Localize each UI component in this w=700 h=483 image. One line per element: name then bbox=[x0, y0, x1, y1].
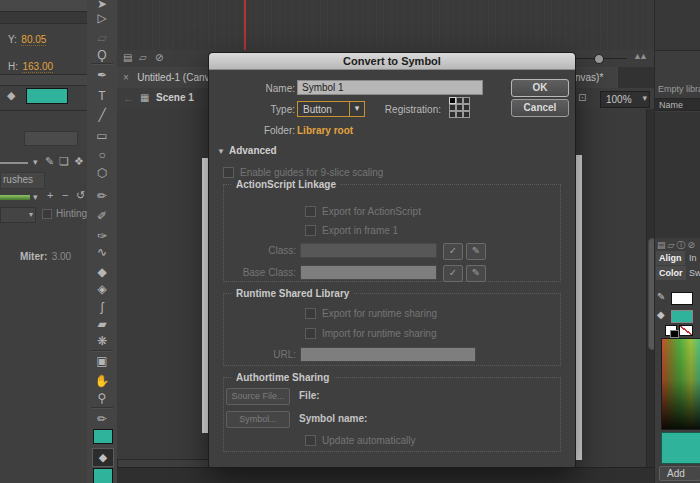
scene-label[interactable]: Scene 1 bbox=[156, 92, 194, 103]
library-item-list[interactable] bbox=[655, 112, 700, 238]
chevron-down-icon[interactable]: ▾ bbox=[33, 157, 38, 168]
import-runtime-label: Import for runtime sharing bbox=[322, 328, 437, 340]
library-name-header[interactable]: Name bbox=[655, 98, 700, 111]
advanced-toggle[interactable]: ▼Advanced bbox=[217, 145, 277, 156]
new-layer-icon[interactable]: ▤ bbox=[123, 52, 132, 63]
fill-color-control[interactable]: ◆ bbox=[92, 448, 114, 467]
delete-icon[interactable]: ⊘ bbox=[687, 240, 697, 250]
registration-cell-6[interactable] bbox=[449, 111, 456, 118]
tool-asset-warp[interactable]: ❋ bbox=[87, 334, 117, 350]
hinting-row: ▾ Hinting bbox=[0, 207, 87, 223]
registration-point-grid[interactable] bbox=[449, 97, 472, 120]
symbol-name-input[interactable] bbox=[297, 80, 483, 95]
properties-panel: Y: 80.05 H: 163.00 ◆ ▾ ✎ ❏ ❖ rushes ▾ + … bbox=[0, 0, 88, 483]
tool-line[interactable]: ╱ bbox=[87, 108, 117, 124]
timeline-panel[interactable] bbox=[117, 0, 654, 51]
symbol-type-dropdown[interactable]: Button ▾ bbox=[297, 101, 365, 117]
no-color-icon[interactable] bbox=[679, 325, 693, 336]
properties-icon[interactable]: ⓘ bbox=[676, 240, 687, 250]
registration-cell-5[interactable] bbox=[463, 104, 470, 111]
playhead[interactable] bbox=[244, 0, 246, 50]
tool-lasso[interactable]: Ϙ bbox=[87, 48, 117, 64]
clapperboard-icon: ▦ bbox=[140, 92, 149, 104]
tool-paint-bucket[interactable]: ◆ bbox=[87, 265, 117, 281]
add-icon[interactable]: + bbox=[47, 190, 53, 201]
edit-symbols-icon[interactable]: ⊡ bbox=[578, 92, 586, 104]
runtime-shared-library-title: Runtime Shared Library bbox=[232, 288, 353, 299]
registration-cell-4[interactable] bbox=[456, 104, 463, 111]
style-stack-icon[interactable]: ❏ bbox=[59, 156, 69, 167]
fill-bucket-icon[interactable]: ◆ bbox=[657, 309, 665, 320]
registration-cell-8[interactable] bbox=[463, 111, 470, 118]
class-label: Class: bbox=[224, 245, 296, 257]
tab-swatches[interactable]: Sw bbox=[686, 266, 700, 280]
back-arrow-icon[interactable]: ← bbox=[123, 92, 134, 104]
tool-pencil[interactable]: ✏ bbox=[87, 189, 117, 205]
miter-label: Miter: bbox=[20, 251, 47, 262]
ok-button[interactable]: OK bbox=[511, 79, 569, 97]
remove-icon[interactable]: − bbox=[62, 190, 68, 201]
stage-zoom-dropdown[interactable]: 100% ▾ bbox=[600, 91, 650, 108]
tab-info[interactable]: In bbox=[686, 251, 700, 265]
brushes-button[interactable]: rushes bbox=[0, 172, 45, 189]
hinting-checkbox[interactable] bbox=[42, 209, 52, 219]
tool-subselection[interactable]: ▷ bbox=[87, 11, 117, 27]
registration-cell-7[interactable] bbox=[456, 111, 463, 118]
folder-link[interactable]: Library root bbox=[297, 125, 353, 136]
close-icon[interactable]: × bbox=[123, 72, 129, 83]
cancel-button[interactable]: Cancel bbox=[511, 99, 569, 117]
current-color-swatch[interactable] bbox=[661, 432, 700, 464]
miter-value[interactable]: 3.00 bbox=[52, 251, 71, 262]
type-label: Type: bbox=[217, 104, 295, 116]
tab-align-label: Align bbox=[659, 253, 682, 263]
dialog-title-bar[interactable]: Convert to Symbol bbox=[209, 53, 575, 70]
url-field bbox=[300, 347, 476, 362]
tool-paint-brush[interactable]: ✑ bbox=[87, 229, 117, 245]
tool-eyedropper[interactable]: ʃ bbox=[87, 300, 117, 316]
fill-color-swatch[interactable] bbox=[93, 468, 113, 483]
reset-icon[interactable]: ↺ bbox=[76, 190, 85, 201]
document-tab[interactable]: × Untitled-1 (Canva bbox=[117, 67, 208, 88]
delete-layer-icon[interactable]: ⊘ bbox=[155, 52, 163, 63]
stroke-color-swatch[interactable] bbox=[93, 429, 113, 444]
tool-rectangle[interactable]: ▭ bbox=[87, 129, 117, 145]
tool-eraser[interactable]: ▰ bbox=[87, 317, 117, 333]
tools-panel: ➤▷▱Ϙ✒T╱▭○⬡✏✐✑∿◆◈ʃ▰❋▣✋⚲✏ ◆ bbox=[87, 0, 118, 483]
cap-dropdown[interactable]: ▾ bbox=[0, 207, 36, 223]
tab-color[interactable]: Color bbox=[656, 266, 686, 280]
tool-free-transform[interactable]: ▱ bbox=[87, 31, 117, 47]
tool-brush[interactable]: ✐ bbox=[87, 209, 117, 225]
add-button-label: Add bbox=[667, 468, 685, 479]
color-spectrum-picker[interactable] bbox=[661, 338, 700, 430]
tool-pen[interactable]: ✒ bbox=[87, 68, 117, 84]
stroke-color-swatch[interactable] bbox=[671, 292, 693, 305]
chevron-down-icon[interactable]: ▾ bbox=[33, 192, 38, 203]
tool-ink-bottle[interactable]: ◈ bbox=[87, 282, 117, 298]
stroke-pencil-icon[interactable]: ✎ bbox=[657, 291, 665, 302]
new-folder-icon[interactable]: ▱ bbox=[139, 52, 147, 63]
tool-polystar[interactable]: ⬡ bbox=[87, 166, 117, 182]
tool-oval[interactable]: ○ bbox=[87, 148, 117, 164]
tool-camera[interactable]: ▣ bbox=[87, 354, 117, 370]
tab-align[interactable]: Align bbox=[656, 251, 685, 265]
tool-hand[interactable]: ✋ bbox=[87, 374, 117, 390]
registration-cell-2[interactable] bbox=[463, 97, 470, 104]
tool-zoom[interactable]: ⚲ bbox=[87, 391, 117, 407]
y-value[interactable]: 80.05 bbox=[21, 34, 46, 46]
edit-stroke-icon[interactable]: ✎ bbox=[45, 156, 54, 167]
h-value[interactable]: 163.00 bbox=[22, 61, 53, 73]
fill-color-swatch[interactable] bbox=[26, 88, 68, 104]
registration-cell-3[interactable] bbox=[449, 104, 456, 111]
new-symbol-icon[interactable]: ▤ bbox=[657, 240, 668, 250]
timeline-zoom-handle[interactable] bbox=[594, 54, 604, 64]
tool-bone[interactable]: ∿ bbox=[87, 245, 117, 261]
registration-cell-0-selected[interactable] bbox=[449, 97, 456, 104]
black-white-icon[interactable] bbox=[665, 325, 677, 336]
tool-text[interactable]: T bbox=[87, 89, 117, 105]
panel-section-bar bbox=[0, 75, 87, 86]
pressure-icon[interactable]: ❖ bbox=[74, 156, 84, 167]
fill-color-swatch[interactable] bbox=[671, 310, 693, 323]
registration-cell-1[interactable] bbox=[456, 97, 463, 104]
tool-stroke-color-pencil[interactable]: ✏ bbox=[87, 412, 117, 428]
add-to-swatches-button[interactable]: Add bbox=[659, 466, 700, 481]
